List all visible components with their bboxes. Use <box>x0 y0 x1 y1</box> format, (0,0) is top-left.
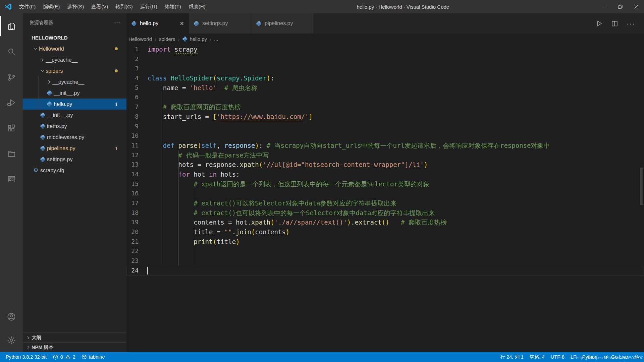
minimize-button[interactable] <box>597 0 612 13</box>
split-editor-button[interactable] <box>611 20 618 27</box>
code-line[interactable]: 24 <box>126 266 644 276</box>
code-line[interactable]: 5 name = 'hello' # 爬虫名称 <box>126 83 644 93</box>
line-number: 6 <box>126 93 139 102</box>
tab-settings-py[interactable]: settings.py <box>189 13 251 34</box>
menu-item[interactable]: 转到(G) <box>112 0 137 13</box>
restore-button[interactable] <box>612 0 628 13</box>
status-label: Python 3.8.2 32-bit <box>6 354 47 360</box>
code-line[interactable]: 20 title = "".join(contents) <box>126 227 644 237</box>
menu-item[interactable]: 查看(V) <box>88 0 112 13</box>
tabnine-icon <box>82 354 87 360</box>
status-notifications[interactable] <box>631 352 643 362</box>
close-button[interactable] <box>628 0 644 13</box>
sidebar-section-npm-scripts[interactable]: NPM 脚本 <box>23 342 126 352</box>
status-go-live[interactable]: Go Live <box>600 352 631 362</box>
menu-item[interactable]: 选择(S) <box>63 0 88 13</box>
code-text: for hot in hots: <box>139 170 240 179</box>
tree-item-pipelines-py[interactable]: pipelines.py1 <box>23 143 126 154</box>
code-line[interactable]: 6 <box>126 93 644 102</box>
close-icon[interactable]: ✕ <box>180 20 184 27</box>
restore-icon <box>618 4 623 10</box>
tab-hello-py[interactable]: hello.py✕ <box>126 13 189 34</box>
tree-item---init---py[interactable]: __init__.py <box>23 110 126 121</box>
code-line[interactable]: 7 # 爬取百度网页的百度热榜 <box>126 102 644 112</box>
code-text <box>139 256 148 266</box>
menu-item[interactable]: 帮助(H) <box>185 0 209 13</box>
status-language-mode[interactable]: Python <box>579 352 600 362</box>
status-tabnine[interactable]: tabnine <box>78 352 108 362</box>
activity-run-debug[interactable] <box>0 90 23 115</box>
breadcrumb-item[interactable]: ... <box>214 36 218 42</box>
tree-item-scrapy-cfg[interactable]: ⚙scrapy.cfg <box>23 165 126 176</box>
code-line[interactable]: 22 <box>126 246 644 256</box>
code-line[interactable]: 10 <box>126 131 644 141</box>
activity-source-control[interactable] <box>0 64 23 90</box>
code-line[interactable]: 4class HelloSpider(scrapy.Spider): <box>126 73 644 83</box>
editor-scrollbar[interactable] <box>640 168 643 205</box>
run-button[interactable] <box>595 20 603 27</box>
status-eol[interactable]: LF <box>568 352 579 362</box>
tree-item-label: __pycache__ <box>46 57 77 63</box>
code-line[interactable]: 2 <box>126 54 644 64</box>
code-text <box>139 266 148 276</box>
code-line[interactable]: 9 <box>126 122 644 131</box>
activity-account[interactable] <box>0 305 23 328</box>
tab-pipelines-py[interactable]: pipelines.py <box>251 13 314 34</box>
status-python-version[interactable]: Python 3.8.2 32-bit <box>3 352 50 362</box>
status-problems[interactable]: 02 <box>50 352 78 362</box>
status-encoding[interactable]: UTF-8 <box>548 352 568 362</box>
code-line[interactable]: 3 <box>126 64 644 73</box>
line-number: 11 <box>126 141 139 150</box>
code-line[interactable]: 23 <box>126 256 644 266</box>
code-line[interactable]: 12 # 代码一般是在parse方法中写 <box>126 150 644 160</box>
menu-item[interactable]: 终端(T) <box>161 0 185 13</box>
tree-item-Helloworld[interactable]: Helloworld <box>23 43 126 54</box>
code-line[interactable]: 21 print(title) <box>126 237 644 247</box>
code-line[interactable]: 18 # extract()也可以将列表中的每一个Selector对象中data… <box>126 208 644 218</box>
code-line[interactable]: 15 # xpath返回的是一个列表，但这里列表中的每一个元素都是Selecto… <box>126 179 644 189</box>
error-icon <box>53 354 58 360</box>
activity-search[interactable] <box>0 39 23 64</box>
breadcrumb-item[interactable]: Helloworld <box>128 36 152 42</box>
code-line[interactable]: 13 hots = response.xpath('//ul[@id="hots… <box>126 160 644 170</box>
activity-extensions[interactable] <box>0 115 23 141</box>
explorer-title: 资源管理器 <box>30 20 53 26</box>
chevron-right-icon <box>25 345 32 350</box>
activity-settings-gear[interactable] <box>0 328 23 352</box>
code-text: def parse(self, response): # 当scrapy自动向s… <box>139 141 550 150</box>
more-actions-icon[interactable]: ··· <box>627 20 635 27</box>
more-actions-icon[interactable]: ⋯ <box>114 19 120 26</box>
status-cursor-position[interactable]: 行 24, 列 1 <box>497 352 526 362</box>
tree-item-items-py[interactable]: items.py <box>23 121 126 132</box>
workspace-root-folder[interactable]: HELLOWORLD <box>23 32 126 43</box>
sidebar-section-outline[interactable]: 大纲 <box>23 333 126 342</box>
tree-item---pycache--[interactable]: __pycache__ <box>23 54 126 65</box>
tree-item-middlewares-py[interactable]: middlewares.py <box>23 132 126 143</box>
status-label: Python <box>582 354 597 360</box>
chevron-right-icon: › <box>208 36 213 42</box>
code-text: contents = hot.xpath('./a//span//text()'… <box>139 218 447 227</box>
activity-preview-window[interactable] <box>0 166 23 192</box>
code-line[interactable]: 19 contents = hot.xpath('./a//span//text… <box>126 218 644 227</box>
chevron-right-icon <box>39 57 46 62</box>
activity-folder[interactable] <box>0 141 23 166</box>
status-indentation[interactable]: 空格: 4 <box>527 352 548 362</box>
breadcrumb-item[interactable]: hello.py <box>182 36 207 42</box>
extensions-icon <box>7 124 16 133</box>
code-line[interactable]: 11 def parse(self, response): # 当scrapy自… <box>126 141 644 150</box>
tree-item-spiders[interactable]: spiders <box>23 65 126 76</box>
code-line[interactable]: 14 for hot in hots: <box>126 170 644 179</box>
code-line[interactable]: 17 # extract()可以将Selector对象中data参数对应的字符串… <box>126 198 644 208</box>
tree-item-label: __pycache__ <box>52 79 84 85</box>
code-line[interactable]: 8 start_urls = ['https://www.baidu.com/'… <box>126 112 644 122</box>
breadcrumb-item[interactable]: spiders <box>159 36 175 42</box>
activity-files[interactable] <box>0 13 23 39</box>
code-line[interactable]: 1import scrapy <box>126 45 644 54</box>
tree-item-settings-py[interactable]: settings.py <box>23 154 126 165</box>
code-text: start_urls = ['https://www.baidu.com/'] <box>139 112 313 122</box>
menu-item[interactable]: 文件(F) <box>15 0 39 13</box>
menu-item[interactable]: 编辑(E) <box>39 0 63 13</box>
code-line[interactable]: 16 <box>126 189 644 198</box>
menu-item[interactable]: 运行(R) <box>137 0 161 13</box>
code-editor[interactable]: 1import scrapy234class HelloSpider(scrap… <box>126 45 644 276</box>
